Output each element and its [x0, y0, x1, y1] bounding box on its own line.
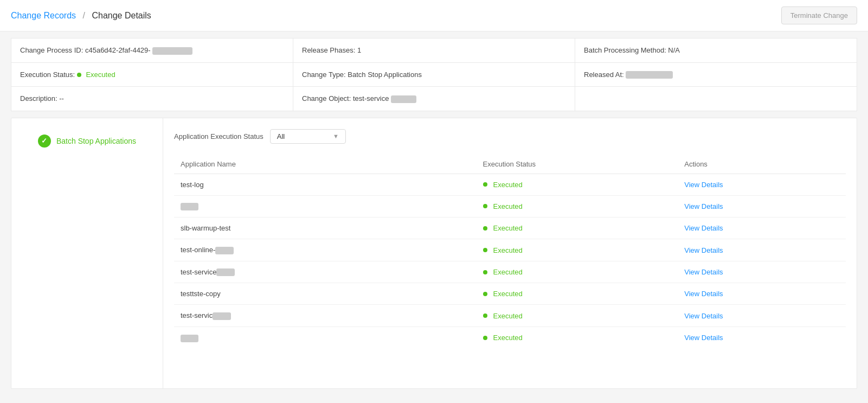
table-row: test-service ExecutedView Details	[174, 261, 846, 283]
status-badge: Executed	[483, 181, 672, 189]
view-details-button[interactable]: View Details	[684, 334, 723, 342]
app-name-blurred	[213, 312, 230, 320]
app-name-cell	[174, 195, 477, 218]
page-header: Change Records / Change Details Terminat…	[0, 0, 868, 31]
status-dot-icon	[483, 204, 487, 208]
breadcrumb-current: Change Details	[92, 11, 151, 20]
status-dot-icon	[483, 336, 487, 340]
status-text: Executed	[493, 181, 523, 189]
status-dot-icon	[483, 292, 487, 296]
app-name: test-servic	[181, 311, 213, 319]
table-row: slb-warmup-testExecutedView Details	[174, 218, 846, 239]
filter-value: All	[277, 132, 285, 140]
description-value: --	[59, 94, 64, 103]
app-actions-cell: View Details	[678, 239, 846, 261]
status-text: Executed	[493, 224, 523, 232]
check-circle-icon	[38, 135, 51, 148]
status-dot-icon	[483, 226, 487, 231]
col-status-header: Execution Status	[477, 155, 678, 174]
view-details-button[interactable]: View Details	[684, 268, 723, 276]
change-type-label: Change Type:	[302, 71, 346, 79]
change-object-value: test-service	[353, 94, 389, 103]
table-row: ExecutedView Details	[174, 195, 846, 218]
status-dot-icon	[483, 248, 487, 252]
description-cell: Description: --	[11, 87, 293, 111]
status-text: Executed	[493, 268, 523, 276]
applications-table: Application Name Execution Status Action…	[174, 155, 846, 349]
batch-stop-applications-item: Batch Stop Applications	[38, 135, 136, 148]
chevron-down-icon: ▼	[333, 133, 339, 139]
view-details-button[interactable]: View Details	[684, 312, 723, 320]
app-name: slb-warmup-test	[181, 224, 230, 232]
table-row: test-logExecutedView Details	[174, 174, 846, 195]
filter-label: Application Execution Status	[174, 132, 263, 140]
view-details-button[interactable]: View Details	[684, 181, 723, 189]
breadcrumb-root[interactable]: Change Records	[11, 11, 76, 20]
info-table: Change Process ID: c45a6d42-2faf-4429- R…	[11, 38, 857, 111]
table-row: testtste-copyExecutedView Details	[174, 283, 846, 305]
change-object-label: Change Object:	[302, 94, 351, 103]
app-name-cell: test-online-	[174, 239, 477, 261]
info-row-3: Description: -- Change Object: test-serv…	[11, 87, 857, 111]
app-name-cell: slb-warmup-test	[174, 218, 477, 239]
change-object-cell: Change Object: test-service	[293, 87, 575, 111]
execution-status-value: Executed	[86, 71, 115, 79]
filter-row: Application Execution Status All ▼	[174, 129, 846, 144]
breadcrumb-separator: /	[83, 11, 85, 20]
batch-processing-label: Batch Processing Method:	[584, 46, 668, 54]
change-process-id-label: Change Process ID:	[20, 46, 85, 54]
col-app-name-header: Application Name	[174, 155, 477, 174]
table-row: test-servic ExecutedView Details	[174, 305, 846, 327]
status-dot-icon	[483, 270, 487, 274]
app-status-cell: Executed	[477, 261, 678, 283]
right-panel: Application Execution Status All ▼ Appli…	[163, 118, 857, 388]
app-actions-cell: View Details	[678, 283, 846, 305]
app-name: test-log	[181, 181, 204, 189]
status-badge: Executed	[483, 268, 672, 276]
app-status-cell: Executed	[477, 305, 678, 327]
status-badge: Executed	[483, 224, 672, 232]
status-text: Executed	[493, 334, 523, 342]
execution-status-cell: Execution Status: Executed	[11, 63, 293, 87]
app-name-cell: test-servic	[174, 305, 477, 327]
released-at-cell: Released At:	[575, 63, 857, 87]
app-status-cell: Executed	[477, 174, 678, 195]
app-name-blurred	[216, 268, 234, 276]
status-badge: Executed	[483, 334, 672, 342]
released-at-label: Released At:	[584, 71, 626, 79]
change-process-id-blurred	[152, 47, 192, 55]
change-process-id-cell: Change Process ID: c45a6d42-2faf-4429-	[11, 39, 293, 62]
terminate-change-button[interactable]: Terminate Change	[781, 7, 857, 24]
description-label: Description:	[20, 94, 57, 103]
execution-status-label: Execution Status:	[20, 71, 77, 79]
released-at-value	[626, 71, 673, 79]
app-name-cell: test-service	[174, 261, 477, 283]
app-name-cell: testtste-copy	[174, 283, 477, 305]
view-details-button[interactable]: View Details	[684, 224, 723, 232]
info-row-2: Execution Status: Executed Change Type: …	[11, 63, 857, 87]
app-name-cell: test-log	[174, 174, 477, 195]
app-status-cell: Executed	[477, 195, 678, 218]
app-status-cell: Executed	[477, 239, 678, 261]
app-name-blurred	[215, 247, 233, 254]
view-details-button[interactable]: View Details	[684, 202, 723, 210]
change-process-id-value: c45a6d42-2faf-4429-	[85, 46, 151, 54]
app-actions-cell: View Details	[678, 218, 846, 239]
sidebar: Batch Stop Applications	[11, 118, 163, 388]
status-badge: Executed	[483, 290, 672, 298]
view-details-button[interactable]: View Details	[684, 246, 723, 254]
empty-cell	[575, 87, 857, 111]
change-object-blurred	[391, 95, 416, 103]
change-type-value: Batch Stop Applications	[348, 71, 422, 79]
status-text: Executed	[493, 290, 523, 298]
status-dot-icon	[483, 182, 487, 187]
main-content: Batch Stop Applications Application Exec…	[11, 118, 857, 389]
app-name: test-online-	[181, 246, 215, 254]
app-status-cell: Executed	[477, 218, 678, 239]
app-actions-cell: View Details	[678, 195, 846, 218]
status-badge: Executed	[483, 202, 672, 210]
info-row-1: Change Process ID: c45a6d42-2faf-4429- R…	[11, 39, 857, 63]
execution-status-filter[interactable]: All ▼	[270, 129, 346, 144]
view-details-button[interactable]: View Details	[684, 290, 723, 298]
release-phases-cell: Release Phases: 1	[293, 39, 575, 62]
